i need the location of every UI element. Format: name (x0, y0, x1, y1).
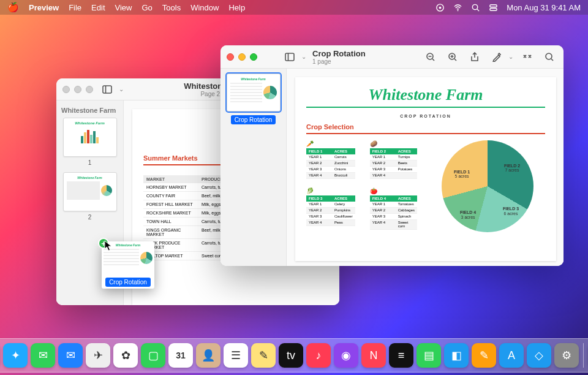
traffic-lights[interactable] (227, 53, 257, 61)
menubar-clock[interactable]: Mon Aug 31 9:41 AM (507, 3, 581, 12)
document-viewport[interactable]: Whitestone Farm CROP ROTATION Crop Selec… (287, 69, 564, 266)
close-button[interactable] (227, 53, 234, 61)
doc-title: Whitestone Farm (306, 86, 545, 104)
dock-numbers[interactable]: ▤ (417, 343, 441, 368)
svg-rect-9 (285, 53, 294, 61)
minimize-button[interactable] (238, 53, 246, 61)
dock-contacts[interactable]: 👤 (196, 343, 221, 368)
pie-chart: FIELD 15 acres FIELD 27 acres FIELD 36 a… (429, 140, 545, 232)
dock-messages[interactable]: ✉ (31, 343, 55, 368)
thumbnails-sidebar: Whitestone Farm Crop Rotation (221, 69, 287, 266)
thumbnail-label-1: 1 (88, 159, 92, 166)
menu-file[interactable]: File (69, 3, 81, 12)
menu-view[interactable]: View (115, 3, 132, 12)
field-tables: 🥕FIELD 1ACRESYEAR 1CarrotsYEAR 2Zucchini… (306, 140, 417, 232)
thumbnail-page-2[interactable]: Whitestone Farm (63, 172, 117, 211)
thumbnail-label: Crop Rotation (231, 115, 276, 124)
dock-pages[interactable]: ✎ (472, 343, 496, 368)
app-name[interactable]: Preview (29, 3, 59, 12)
markup-button[interactable] (489, 49, 505, 65)
dock-maps[interactable]: ✈ (86, 343, 110, 368)
dock-mail[interactable]: ✉ (58, 343, 83, 368)
menu-window[interactable]: Window (190, 3, 219, 12)
svg-point-3 (473, 4, 478, 9)
zoom-button[interactable] (86, 86, 93, 93)
dock-keynote[interactable]: ◧ (444, 343, 469, 368)
wifi-icon[interactable] (453, 3, 462, 12)
dock-stocks[interactable]: ≡ (389, 343, 413, 368)
dock-safari[interactable]: ✦ (3, 343, 28, 368)
dock-photos[interactable]: ✿ (113, 343, 138, 368)
sidebar-toggle-button[interactable] (99, 81, 115, 97)
fast-user-icon[interactable] (435, 3, 445, 12)
search-button[interactable] (541, 49, 557, 65)
field-table: 🍅FIELD 4ACRESYEAR 1TomatoesYEAR 2Cabbage… (370, 188, 417, 232)
dock-tv[interactable]: tv (279, 343, 303, 368)
menu-edit[interactable]: Edit (91, 3, 105, 12)
menu-help[interactable]: Help (228, 3, 245, 12)
svg-point-18 (546, 53, 552, 59)
dock: ☺⊞✦✉✉✈✿▢31👤☰✎tv♪◉N≡▤◧✎A◇⚙ ⬇🗑 (0, 338, 588, 373)
svg-line-12 (432, 59, 434, 61)
more-button[interactable] (519, 49, 535, 65)
doc-subtitle: CROP ROTATION (306, 114, 545, 118)
menu-tools[interactable]: Tools (162, 3, 181, 12)
thumbnail-page-1[interactable]: Whitestone Farm (227, 74, 281, 112)
minimize-button[interactable] (74, 86, 81, 93)
apple-menu[interactable]: 🍎 (7, 2, 19, 13)
dock-preview[interactable]: ◇ (527, 343, 551, 368)
thumbnail-label-2: 2 (88, 214, 92, 221)
svg-rect-7 (103, 86, 111, 93)
window-title: Crop Rotation (312, 49, 417, 58)
dock-facetime[interactable]: ▢ (141, 343, 165, 368)
zoom-in-button[interactable] (445, 49, 461, 65)
dock-notes[interactable]: ✎ (251, 343, 276, 368)
dock-news[interactable]: N (361, 343, 386, 368)
chevron-down-icon[interactable]: ⌄ (301, 53, 306, 60)
share-button[interactable] (467, 49, 483, 65)
svg-line-15 (454, 59, 456, 61)
svg-line-4 (477, 9, 479, 10)
chevron-down-icon[interactable]: ⌄ (119, 86, 124, 93)
sidebar-toggle-button[interactable] (282, 49, 298, 65)
dock-reminders[interactable]: ☰ (224, 343, 248, 368)
dock-podcasts[interactable]: ◉ (334, 343, 358, 368)
dock-separator (583, 343, 584, 368)
svg-rect-6 (490, 8, 497, 10)
zoom-out-button[interactable] (423, 49, 439, 65)
menu-go[interactable]: Go (141, 3, 152, 12)
svg-point-2 (458, 10, 459, 11)
dock-music[interactable]: ♪ (306, 343, 331, 368)
dock-sysprefs[interactable]: ⚙ (554, 343, 579, 368)
dock-appstore[interactable]: A (499, 343, 524, 368)
window-subtitle: 1 page (312, 58, 417, 65)
field-table: 🥕FIELD 1ACRESYEAR 1CarrotsYEAR 2Zucchini… (306, 140, 355, 181)
thumbnail-page-1[interactable]: Whitestone Farm (63, 118, 117, 157)
sidebar-section-label: Whitestone Farm (61, 107, 116, 114)
drag-label: Crop Rotation (105, 278, 151, 287)
menubar: 🍎 Preview File Edit View Go Tools Window… (0, 0, 588, 15)
window-crop-rotation: ⌄ Crop Rotation 1 page ⌄ Whitestone Farm… (221, 45, 564, 266)
section-heading: Crop Selection (306, 123, 545, 131)
close-button[interactable] (62, 86, 70, 93)
zoom-button[interactable] (250, 53, 257, 61)
control-center-icon[interactable] (489, 3, 498, 12)
svg-line-19 (551, 59, 553, 61)
svg-rect-5 (490, 4, 497, 7)
chevron-down-icon[interactable]: ⌄ (508, 53, 513, 60)
field-table: 🥔FIELD 2ACRESYEAR 1TurnipsYEAR 2BeetsYEA… (370, 140, 417, 181)
dock-calendar[interactable]: 31 (168, 343, 193, 368)
spotlight-icon[interactable] (471, 3, 480, 12)
svg-point-1 (439, 6, 442, 9)
cursor-icon (104, 240, 113, 251)
traffic-lights[interactable] (62, 86, 93, 93)
field-table: 🥬FIELD 3ACRESYEAR 1CeleryYEAR 2PumpkinsY… (306, 188, 355, 232)
